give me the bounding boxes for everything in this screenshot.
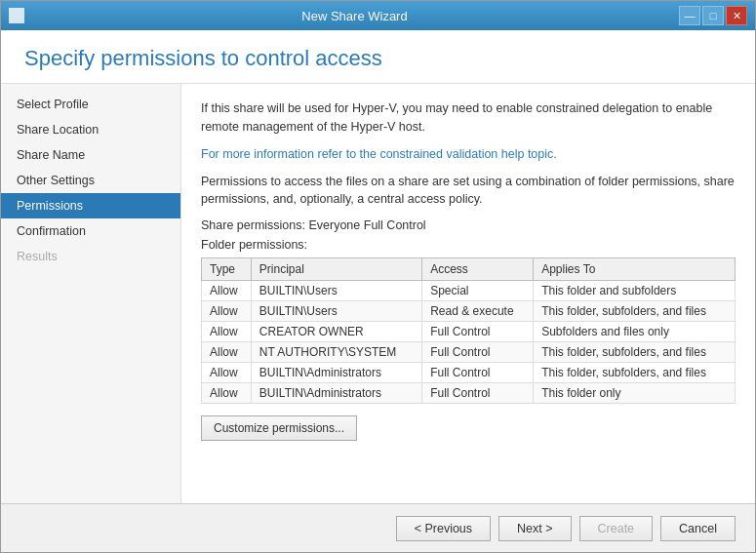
sidebar-item-confirmation[interactable]: Confirmation: [1, 218, 180, 244]
close-button[interactable]: ✕: [726, 6, 747, 25]
next-button[interactable]: Next >: [498, 516, 571, 541]
col-type: Type: [202, 258, 252, 281]
col-principal: Principal: [251, 258, 421, 281]
sidebar: Select Profile Share Location Share Name…: [1, 84, 181, 503]
col-access: Access: [422, 258, 534, 281]
share-permissions-label: Share permissions: Everyone Full Control: [201, 218, 736, 232]
permissions-info: Permissions to access the files on a sha…: [201, 173, 736, 210]
table-row: AllowCREATOR OWNERFull ControlSubfolders…: [202, 322, 736, 342]
window-title: New Share Wizard: [30, 9, 679, 23]
sidebar-item-share-location[interactable]: Share Location: [1, 117, 180, 142]
permissions-table: Type Principal Access Applies To AllowBU…: [201, 257, 736, 404]
table-row: AllowBUILTIN\UsersSpecialThis folder and…: [202, 281, 736, 301]
table-row: AllowBUILTIN\UsersRead & executeThis fol…: [202, 301, 736, 322]
maximize-button[interactable]: □: [702, 6, 724, 25]
col-applies-to: Applies To: [534, 258, 736, 281]
create-button[interactable]: Create: [579, 516, 654, 541]
right-panel: If this share will be used for Hyper-V, …: [181, 84, 755, 503]
sidebar-item-results: Results: [1, 244, 180, 269]
folder-permissions-label: Folder permissions:: [201, 238, 736, 252]
sidebar-item-select-profile[interactable]: Select Profile: [1, 92, 180, 117]
title-bar: 🖥 New Share Wizard — □ ✕: [1, 1, 755, 30]
sidebar-item-permissions[interactable]: Permissions: [1, 193, 180, 218]
info-paragraph: If this share will be used for Hyper-V, …: [201, 99, 736, 137]
table-row: AllowBUILTIN\AdministratorsFull ControlT…: [202, 363, 736, 383]
cancel-button[interactable]: Cancel: [660, 516, 736, 541]
title-bar-controls: — □ ✕: [679, 6, 747, 25]
table-row: AllowBUILTIN\AdministratorsFull ControlT…: [202, 383, 736, 404]
main-content: Specify permissions to control access Se…: [1, 30, 755, 503]
page-title: Specify permissions to control access: [24, 46, 732, 71]
page-header: Specify permissions to control access: [1, 30, 755, 84]
sidebar-item-other-settings[interactable]: Other Settings: [1, 168, 180, 193]
customize-permissions-button[interactable]: Customize permissions...: [201, 415, 357, 441]
help-link[interactable]: For more information refer to the constr…: [201, 147, 557, 161]
minimize-button[interactable]: —: [679, 6, 700, 25]
sidebar-item-share-name[interactable]: Share Name: [1, 142, 180, 168]
window-icon: 🖥: [9, 8, 24, 23]
content-area: Select Profile Share Location Share Name…: [1, 84, 755, 503]
table-row: AllowNT AUTHORITY\SYSTEMFull ControlThis…: [202, 342, 736, 363]
footer: < Previous Next > Create Cancel: [1, 503, 755, 552]
previous-button[interactable]: < Previous: [396, 516, 491, 541]
main-window: 🖥 New Share Wizard — □ ✕ Specify permiss…: [0, 0, 756, 553]
